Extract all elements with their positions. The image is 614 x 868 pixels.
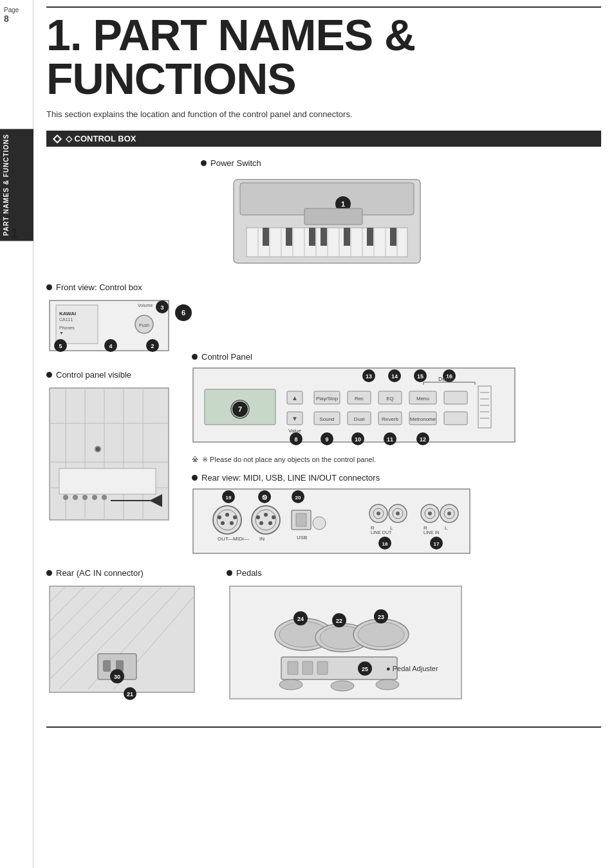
svg-text:OUT: OUT <box>218 536 228 542</box>
svg-rect-200 <box>281 657 397 679</box>
svg-text:4: 4 <box>109 343 112 349</box>
control-panel-visible-label: Control panel visible <box>56 370 131 380</box>
svg-rect-22 <box>390 228 396 246</box>
intro-paragraph: This section explains the location and f… <box>46 109 601 119</box>
svg-point-129 <box>252 506 280 534</box>
svg-rect-20 <box>344 228 350 246</box>
svg-point-59 <box>82 495 88 500</box>
svg-point-57 <box>63 495 68 500</box>
svg-rect-203 <box>317 661 328 674</box>
svg-point-60 <box>92 495 97 500</box>
pedals-section: Pedals 24 22 23 <box>227 568 601 714</box>
svg-point-122 <box>213 506 241 534</box>
svg-point-207 <box>279 679 302 690</box>
svg-point-56 <box>96 447 100 451</box>
piano-side-diagram <box>46 385 175 526</box>
svg-text:Play/Stop: Play/Stop <box>316 396 339 402</box>
power-switch-label: Power Switch <box>210 158 261 168</box>
svg-point-142 <box>313 517 326 530</box>
svg-text:14: 14 <box>391 373 398 380</box>
control-panel-diagram: 13 14 15 16 Demo 7 7 <box>192 367 526 450</box>
svg-point-128 <box>233 515 237 519</box>
bottom-section: Rear (AC IN connector) 30 <box>46 568 601 714</box>
svg-text:8: 8 <box>294 436 297 443</box>
svg-point-126 <box>230 521 234 525</box>
svg-text:Reverb: Reverb <box>382 416 398 422</box>
svg-point-61 <box>102 495 107 500</box>
svg-text:—MIDI—: —MIDI— <box>228 536 249 542</box>
svg-text:▼: ▼ <box>59 331 64 335</box>
bullet-icon-4 <box>192 354 198 360</box>
svg-text:1: 1 <box>341 200 345 208</box>
svg-text:LINE OUT: LINE OUT <box>371 530 392 535</box>
svg-rect-104 <box>444 412 467 425</box>
svg-rect-16 <box>263 228 269 246</box>
svg-point-154 <box>396 512 400 515</box>
svg-text:22: 22 <box>336 618 342 624</box>
svg-text:CA111: CA111 <box>59 317 73 322</box>
svg-text:15: 15 <box>417 373 423 380</box>
svg-text:Dual: Dual <box>354 416 365 422</box>
svg-text:● Pedal Adjuster: ● Pedal Adjuster <box>386 665 438 672</box>
svg-text:EQ: EQ <box>386 396 394 402</box>
svg-text:Sound: Sound <box>319 416 334 422</box>
svg-rect-52 <box>59 468 156 494</box>
svg-point-132 <box>259 521 263 525</box>
svg-text:12: 12 <box>420 436 426 443</box>
bullet-icon-7 <box>227 570 232 576</box>
section-header-label: ◇ CONTROL BOX <box>66 134 136 143</box>
svg-text:L: L <box>390 525 393 531</box>
note-text: ※ ※ Please do not place any objects on t… <box>192 455 601 464</box>
pedals-diagram: 24 22 23 25 ● Pedal Adjuster <box>227 583 471 712</box>
svg-point-193 <box>358 622 404 647</box>
svg-point-209 <box>376 679 399 690</box>
pedals-label: Pedals <box>236 568 262 578</box>
svg-text:25: 25 <box>362 666 368 672</box>
svg-rect-21 <box>367 228 373 246</box>
bullet-icon-5 <box>192 475 198 481</box>
svg-text:17: 17 <box>434 541 440 547</box>
svg-point-160 <box>447 512 451 515</box>
num6-badge: 6 <box>172 302 195 324</box>
page-title: 1. PART NAMES & FUNCTIONS <box>46 13 601 100</box>
svg-text:5: 5 <box>59 343 62 349</box>
rear-view-label: Rear view: MIDI, USB, LINE IN/OUT connec… <box>201 473 380 483</box>
rear-ac-label: Rear (AC IN connector) <box>56 568 144 578</box>
rear-view-diagram: OUT —MIDI— IN USB 19 ⑲ 20 <box>192 488 475 559</box>
svg-text:7: 7 <box>238 405 242 413</box>
svg-point-58 <box>73 495 78 500</box>
svg-point-134 <box>256 515 260 519</box>
svg-text:⑲: ⑲ <box>262 495 268 501</box>
svg-text:Volume: Volume <box>138 303 153 308</box>
svg-text:9: 9 <box>325 436 328 443</box>
svg-rect-103 <box>444 391 467 404</box>
bullet-icon-2 <box>46 284 52 290</box>
bullet-icon <box>201 160 207 166</box>
svg-text:24: 24 <box>297 616 304 622</box>
svg-rect-17 <box>286 228 292 246</box>
svg-rect-201 <box>288 661 298 674</box>
sidebar: Page 8 PART NAMES & FUNCTIONS 1 <box>0 0 33 868</box>
svg-point-135 <box>272 515 275 519</box>
rear-ac-section: Rear (AC IN connector) 30 <box>46 568 214 714</box>
svg-text:IN: IN <box>259 536 265 542</box>
top-divider <box>46 6 601 8</box>
svg-text:11: 11 <box>387 436 393 443</box>
svg-text:Demo: Demo <box>438 376 454 382</box>
svg-text:▼: ▼ <box>292 415 298 422</box>
svg-rect-181 <box>103 660 111 672</box>
svg-text:3: 3 <box>160 304 163 311</box>
ac-connector-diagram: 30 21 <box>46 583 201 702</box>
svg-point-157 <box>428 512 432 515</box>
svg-text:20: 20 <box>295 495 301 501</box>
svg-text:USB: USB <box>297 535 307 540</box>
bullet-icon-3 <box>46 372 52 378</box>
diamond-icon <box>53 134 62 143</box>
svg-text:30: 30 <box>114 674 120 680</box>
svg-text:2: 2 <box>151 343 154 349</box>
chapter-tab: PART NAMES & FUNCTIONS <box>0 129 33 241</box>
front-view-diagram: KAWAI CA111 Phones ▼ Push Volume 3 5 4 2 <box>46 297 175 355</box>
svg-rect-18 <box>309 228 315 246</box>
svg-point-151 <box>377 512 380 515</box>
control-panel-label: Control Panel <box>201 352 252 362</box>
